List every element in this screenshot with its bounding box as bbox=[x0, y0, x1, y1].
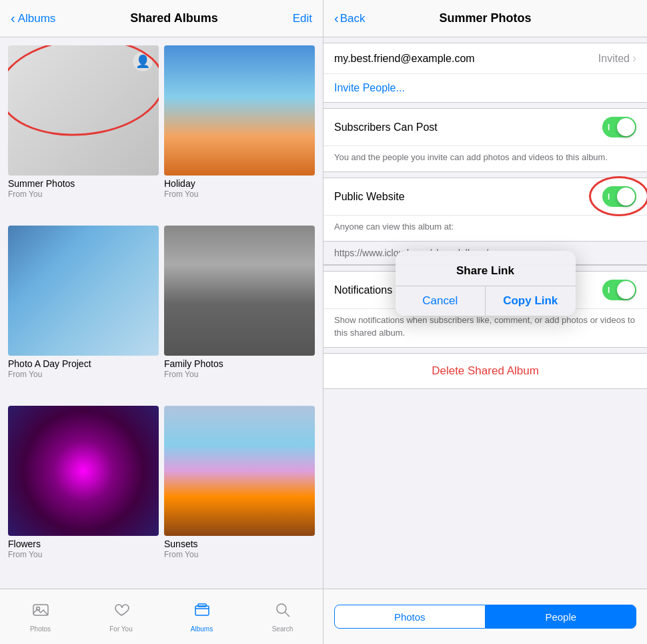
svg-line-5 bbox=[285, 612, 289, 617]
right-header: ‹ Back Summer Photos bbox=[324, 0, 647, 37]
svg-rect-3 bbox=[198, 604, 206, 607]
public-website-description: Anyone can view this album at: bbox=[324, 216, 647, 241]
album-item-photo-day[interactable]: Photo A Day Project From You bbox=[5, 223, 161, 403]
invited-status-right: Invited › bbox=[598, 51, 636, 65]
edit-button[interactable]: Edit bbox=[293, 12, 312, 25]
tab-for-you[interactable]: For You bbox=[81, 601, 161, 633]
albums-tab-label: Albums bbox=[191, 625, 213, 633]
album-name-sunsets: Sunsets bbox=[164, 539, 315, 549]
album-name-family: Family Photos bbox=[164, 358, 315, 369]
back-chevron-icon: ‹ bbox=[334, 11, 339, 26]
subscribers-can-post-section: Subscribers Can Post I You and the peopl… bbox=[324, 108, 647, 172]
album-name-summer: Summer Photos bbox=[8, 178, 159, 189]
dialog-copy-link-button[interactable]: Copy Link bbox=[486, 286, 576, 316]
subscribers-description: You and the people you invite can add ph… bbox=[324, 146, 647, 172]
bottom-tab-bar: Photos For You Albums bbox=[0, 589, 323, 644]
search-tab-icon bbox=[274, 601, 291, 623]
album-from-sunsets: From You bbox=[164, 550, 315, 559]
left-header: ‹ Albums Shared Albums Edit bbox=[0, 0, 323, 37]
delete-album-row[interactable]: Delete Shared Album bbox=[324, 353, 647, 389]
notifications-toggle[interactable]: I bbox=[602, 280, 636, 300]
right-panel: ‹ Back Summer Photos my.best.friend@exam… bbox=[324, 0, 647, 644]
subscribers-toggle[interactable]: I bbox=[602, 117, 636, 137]
album-name-holiday: Holiday bbox=[164, 178, 315, 189]
user-icon: 👤 bbox=[135, 54, 150, 69]
toggle-on-label-pw: I bbox=[608, 192, 610, 202]
dialog-title: Share Link bbox=[406, 264, 565, 278]
invite-people-row[interactable]: Invite People... bbox=[324, 74, 647, 102]
for-you-tab-label: For You bbox=[109, 625, 132, 633]
invited-email-row[interactable]: my.best.friend@example.com Invited › bbox=[324, 43, 647, 74]
toggle-on-label-notif: I bbox=[608, 286, 610, 295]
tab-search[interactable]: Search bbox=[242, 601, 323, 633]
album-thumbnail-summer: 👤 bbox=[8, 45, 159, 176]
dialog-content: Share Link bbox=[396, 251, 576, 286]
album-detail-title: Summer Photos bbox=[439, 11, 531, 25]
dialog-cancel-button[interactable]: Cancel bbox=[396, 286, 486, 316]
album-from-photo-day: From You bbox=[8, 370, 159, 379]
photos-tab-label: Photos bbox=[30, 625, 51, 633]
album-thumbnail-holiday bbox=[164, 45, 315, 176]
invited-status-label: Invited bbox=[598, 53, 630, 65]
album-thumbnail-flowers bbox=[8, 406, 159, 536]
album-item-sunsets[interactable]: Sunsets From You bbox=[161, 403, 317, 583]
tab-photos[interactable]: Photos bbox=[0, 601, 81, 633]
people-segment-button[interactable]: People bbox=[486, 605, 637, 629]
search-tab-label: Search bbox=[272, 625, 293, 633]
album-item-holiday[interactable]: Holiday From You bbox=[161, 43, 317, 223]
delete-album-label: Delete Shared Album bbox=[432, 364, 539, 378]
svg-rect-2 bbox=[195, 606, 209, 615]
public-website-row: Public Website I bbox=[324, 178, 647, 216]
toggle-knob-pw bbox=[617, 188, 635, 206]
albums-back-button[interactable]: ‹ Albums bbox=[11, 11, 55, 26]
album-from-summer: From You bbox=[8, 190, 159, 199]
invite-people-label: Invite People... bbox=[334, 82, 405, 94]
public-website-toggle[interactable]: I bbox=[602, 186, 636, 207]
page-title: Shared Albums bbox=[130, 11, 217, 25]
back-chevron-icon: ‹ bbox=[11, 11, 15, 26]
invited-section: my.best.friend@example.com Invited › Inv… bbox=[324, 43, 647, 103]
album-thumbnail-family bbox=[164, 226, 315, 356]
subscribers-can-post-row: Subscribers Can Post I bbox=[324, 109, 647, 146]
right-content: my.best.friend@example.com Invited › Inv… bbox=[324, 37, 647, 589]
albums-grid: 👤 Summer Photos From You Holiday From Yo… bbox=[0, 37, 323, 589]
album-name-photo-day: Photo A Day Project bbox=[8, 358, 159, 369]
toggle-knob bbox=[617, 118, 635, 136]
bottom-segment-control: Photos People bbox=[324, 589, 647, 644]
album-item-summer-photos[interactable]: 👤 Summer Photos From You bbox=[5, 43, 161, 223]
for-you-tab-icon bbox=[113, 601, 130, 623]
svg-rect-0 bbox=[33, 605, 48, 615]
album-from-flowers: From You bbox=[8, 550, 159, 559]
tab-albums[interactable]: Albums bbox=[161, 601, 242, 633]
invited-email-text: my.best.friend@example.com bbox=[334, 53, 598, 65]
share-link-dialog: Share Link Cancel Copy Link bbox=[396, 251, 576, 316]
photos-segment-button[interactable]: Photos bbox=[334, 605, 486, 629]
spacer bbox=[324, 394, 647, 408]
album-thumbnail-photo-day bbox=[8, 226, 159, 356]
avatar-badge: 👤 bbox=[132, 51, 153, 72]
left-panel: ‹ Albums Shared Albums Edit 👤 Summer Pho… bbox=[0, 0, 324, 644]
album-item-family-photos[interactable]: Family Photos From You bbox=[161, 223, 317, 403]
album-from-family: From You bbox=[164, 370, 315, 379]
albums-tab-icon bbox=[193, 601, 211, 623]
toggle-knob-notif bbox=[617, 281, 635, 299]
back-label: Back bbox=[340, 12, 366, 25]
album-item-flowers[interactable]: Flowers From You bbox=[5, 403, 161, 583]
album-from-holiday: From You bbox=[164, 190, 315, 199]
public-website-toggle-wrap: I bbox=[602, 186, 636, 207]
svg-point-4 bbox=[277, 604, 286, 613]
album-thumbnail-sunsets bbox=[164, 406, 315, 536]
toggle-on-label: I bbox=[608, 123, 610, 132]
invited-chevron-icon: › bbox=[632, 51, 636, 65]
subscribers-label: Subscribers Can Post bbox=[334, 121, 602, 133]
albums-back-label: Albums bbox=[18, 12, 56, 25]
back-button[interactable]: ‹ Back bbox=[334, 11, 365, 26]
public-website-label: Public Website bbox=[334, 191, 602, 203]
album-name-flowers: Flowers bbox=[8, 539, 159, 549]
dialog-actions: Cancel Copy Link bbox=[396, 286, 576, 316]
photos-tab-icon bbox=[32, 601, 49, 623]
